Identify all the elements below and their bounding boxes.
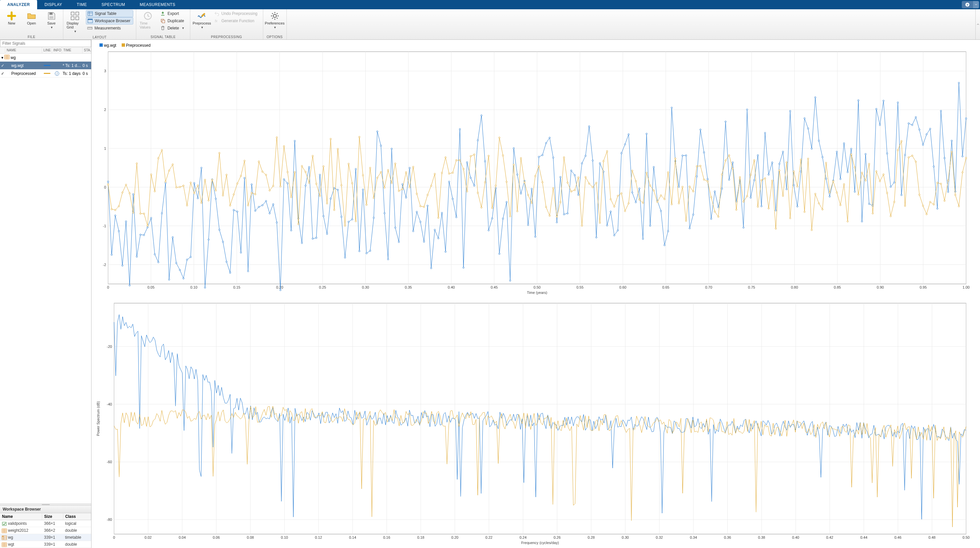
preferences-button[interactable]: Preferences ▼ — [266, 10, 284, 30]
workspace-row[interactable]: wg339×1timetable — [0, 534, 91, 541]
svg-point-334 — [154, 191, 156, 192]
new-label: New — [8, 21, 15, 25]
delete-button[interactable]: Delete ▼ — [159, 24, 187, 32]
duplicate-button[interactable]: Duplicate — [159, 17, 187, 24]
open-button[interactable]: Open — [22, 10, 40, 27]
new-button[interactable]: New — [3, 10, 21, 27]
col-start[interactable]: STA… — [83, 47, 91, 53]
col-info[interactable]: INFO — [52, 47, 62, 53]
svg-point-307 — [919, 129, 920, 130]
svg-point-304 — [908, 122, 909, 124]
display-grid-button[interactable]: Display Grid ▼ — [66, 10, 84, 35]
svg-point-498 — [743, 201, 744, 202]
svg-point-297 — [883, 100, 884, 102]
svg-point-463 — [617, 195, 618, 197]
svg-point-120 — [247, 270, 249, 272]
col-line[interactable]: LINE — [42, 47, 52, 53]
svg-point-458 — [599, 222, 600, 223]
svg-text:0.15: 0.15 — [233, 285, 240, 289]
svg-point-82 — [111, 254, 112, 256]
measurements-toggle[interactable]: Measurements — [86, 24, 133, 32]
svg-point-264 — [764, 132, 765, 133]
help-button[interactable]: ? — [962, 1, 973, 8]
svg-point-98 — [169, 279, 170, 280]
info-icon[interactable]: i — [52, 71, 62, 76]
signal-row[interactable]: ✓PreprocessediTs: 1 days0 s — [0, 70, 91, 78]
tab-display[interactable]: DISPLAY — [37, 0, 69, 9]
variable-icon — [2, 522, 6, 526]
svg-point-371 — [287, 171, 288, 173]
svg-point-185 — [481, 114, 482, 116]
filter-input[interactable] — [0, 40, 91, 47]
variable-icon — [2, 543, 6, 547]
svg-point-394 — [369, 167, 371, 168]
svg-point-224 — [620, 152, 622, 154]
filter-signals[interactable] — [0, 40, 91, 47]
variable-icon — [2, 536, 6, 540]
svg-point-336 — [161, 149, 162, 151]
wave-edit-icon — [197, 11, 207, 21]
svg-point-369 — [280, 186, 281, 187]
svg-point-99 — [172, 237, 173, 238]
ribbon-collapse[interactable] — [975, 9, 980, 40]
svg-point-320 — [966, 118, 967, 119]
checkbox[interactable]: ✓ — [0, 63, 5, 68]
svg-text:Frequency (cycles/day): Frequency (cycles/day) — [521, 541, 559, 545]
help-dropdown[interactable] — [973, 1, 979, 8]
signal-row[interactable]: ✓wg.wgt* Ts: 1 d…0 s — [0, 62, 91, 70]
col-name[interactable]: NAME — [5, 47, 42, 53]
svg-point-409 — [423, 206, 425, 207]
tab-analyzer[interactable]: ANALYZER — [0, 0, 37, 9]
svg-point-247 — [703, 152, 705, 153]
tab-spectrum[interactable]: SPECTRUM — [94, 0, 132, 9]
workspace-browser-toggle[interactable]: Workspace Browser — [86, 17, 133, 24]
signal-table-toggle[interactable]: Signal Table — [86, 10, 133, 17]
checkbox[interactable]: ✓ — [0, 71, 5, 76]
svg-rect-7 — [76, 17, 79, 19]
svg-text:0.70: 0.70 — [705, 285, 712, 289]
svg-point-390 — [355, 220, 356, 222]
svg-point-370 — [283, 145, 285, 147]
preprocess-button[interactable]: Preprocess ▼ — [193, 10, 211, 30]
svg-point-361 — [251, 192, 252, 194]
svg-point-557 — [955, 194, 956, 195]
svg-point-318 — [958, 82, 959, 84]
workspace-row[interactable]: wgt339×1double — [0, 541, 91, 548]
svg-point-289 — [854, 191, 855, 192]
export-button[interactable]: Export — [159, 10, 187, 17]
svg-point-464 — [620, 192, 622, 194]
preferences-label: Preferences — [265, 21, 285, 25]
svg-point-365 — [265, 174, 267, 176]
time-series-chart[interactable]: 00.050.100.150.200.250.300.350.400.450.5… — [95, 48, 970, 296]
svg-point-241 — [682, 155, 683, 156]
svg-point-413 — [438, 217, 439, 218]
ws-col-name[interactable]: Name — [0, 513, 42, 520]
ws-col-size[interactable]: Size — [42, 513, 63, 520]
workspace-row[interactable]: weight2012366×2double — [0, 527, 91, 534]
col-time[interactable]: TIME — [62, 47, 83, 53]
svg-point-321 — [107, 184, 109, 185]
svg-point-103 — [186, 259, 188, 260]
svg-point-162 — [398, 241, 399, 243]
tab-time[interactable]: TIME — [70, 0, 94, 9]
svg-text:0.50: 0.50 — [533, 285, 540, 289]
signal-group-row[interactable]: ▾ wg — [0, 54, 91, 62]
svg-point-182 — [470, 177, 471, 178]
save-button[interactable]: Save ▼ — [43, 10, 60, 30]
tab-measurements[interactable]: MEASUREMENTS — [133, 0, 183, 9]
svg-text:0.10: 0.10 — [281, 535, 288, 539]
signal-color-chip — [42, 73, 52, 74]
svg-point-470 — [642, 202, 643, 203]
svg-point-350 — [212, 179, 213, 181]
svg-point-94 — [154, 253, 156, 255]
svg-point-169 — [423, 241, 425, 242]
ws-col-class[interactable]: Class — [63, 513, 91, 520]
svg-point-505 — [768, 208, 769, 209]
svg-point-159 — [387, 259, 388, 260]
svg-point-412 — [434, 173, 435, 175]
svg-point-217 — [596, 237, 597, 238]
svg-point-483 — [689, 186, 690, 187]
measurements-label: Measurements — [94, 26, 121, 30]
power-spectrum-chart[interactable]: 00.020.040.060.080.100.120.140.160.180.2… — [95, 300, 970, 546]
workspace-row[interactable]: validpoints366×1logical — [0, 520, 91, 527]
